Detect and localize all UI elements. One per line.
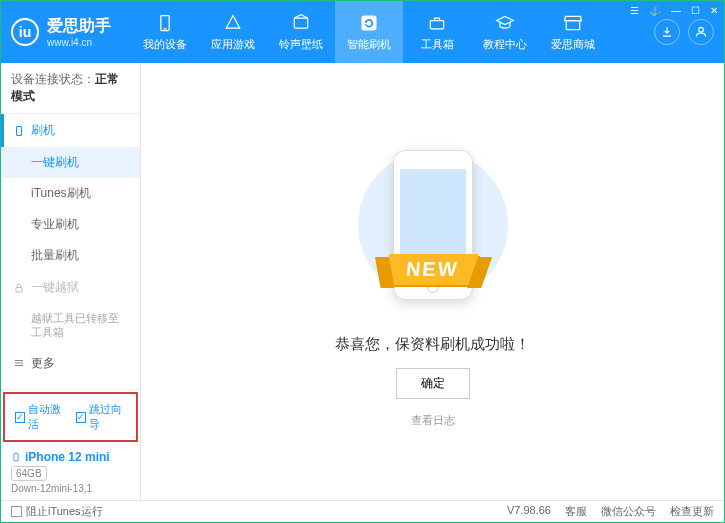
nav-store[interactable]: 爱思商城: [539, 1, 607, 63]
device-storage: 64GB: [11, 466, 47, 481]
pin-icon[interactable]: ⚓: [649, 5, 661, 16]
svg-rect-6: [17, 126, 22, 135]
menu-lines-icon: [13, 357, 25, 369]
close-icon[interactable]: ✕: [710, 5, 718, 16]
new-ribbon: NEW: [387, 254, 478, 285]
sidebar-jailbreak-note: 越狱工具已转移至工具箱: [1, 304, 140, 347]
user-button[interactable]: [688, 19, 714, 45]
minimize-icon[interactable]: —: [671, 5, 681, 16]
nav-apps-games[interactable]: 应用游戏: [199, 1, 267, 63]
device-info[interactable]: iPhone 12 mini 64GB Down-12mini-13,1: [1, 444, 140, 500]
user-icon: [694, 25, 708, 39]
checkbox-auto-activate[interactable]: ✓自动激活: [15, 402, 66, 432]
svg-rect-2: [294, 18, 307, 28]
wallpaper-icon: [291, 13, 311, 33]
nav: 我的设备 应用游戏 铃声壁纸 智能刷机 工具箱 教程中心 爱思商城: [131, 1, 654, 63]
confirm-button[interactable]: 确定: [396, 368, 470, 399]
sidebar-group-jailbreak[interactable]: 一键越狱: [1, 271, 140, 304]
app-name: 爱思助手: [47, 16, 111, 37]
maximize-icon[interactable]: ☐: [691, 5, 700, 16]
checkbox-skip-guide[interactable]: ✓跳过向导: [76, 402, 127, 432]
menu-icon[interactable]: ☰: [630, 5, 639, 16]
svg-point-5: [699, 27, 704, 32]
svg-rect-4: [430, 20, 443, 28]
toolbox-icon: [427, 13, 447, 33]
view-log-link[interactable]: 查看日志: [411, 413, 455, 428]
success-illustration: NEW: [348, 135, 518, 315]
nav-my-device[interactable]: 我的设备: [131, 1, 199, 63]
sidebar-item-itunes-flash[interactable]: iTunes刷机: [1, 178, 140, 209]
nav-tutorials[interactable]: 教程中心: [471, 1, 539, 63]
logo: iu 爱思助手 www.i4.cn: [11, 16, 111, 48]
phone-small-icon: [13, 125, 25, 137]
nav-toolbox[interactable]: 工具箱: [403, 1, 471, 63]
statusbar: 阻止iTunes运行 V7.98.66 客服 微信公众号 检查更新: [1, 500, 724, 522]
download-icon: [660, 25, 674, 39]
sidebar-item-other-tools[interactable]: 其他工具: [1, 380, 140, 389]
nav-smart-flash[interactable]: 智能刷机: [335, 1, 403, 63]
store-icon: [563, 13, 583, 33]
download-button[interactable]: [654, 19, 680, 45]
wechat-link[interactable]: 微信公众号: [601, 504, 656, 519]
sidebar-item-batch-flash[interactable]: 批量刷机: [1, 240, 140, 271]
lock-icon: [13, 282, 25, 294]
check-update-link[interactable]: 检查更新: [670, 504, 714, 519]
svg-rect-3: [362, 15, 377, 30]
content: NEW 恭喜您，保资料刷机成功啦！ 确定 查看日志: [141, 63, 724, 500]
sidebar-item-pro-flash[interactable]: 专业刷机: [1, 209, 140, 240]
version-label: V7.98.66: [507, 504, 551, 519]
header-actions: [654, 19, 714, 45]
device-name: iPhone 12 mini: [11, 450, 130, 464]
sidebar-group-flash[interactable]: 刷机: [1, 114, 140, 147]
checkbox-block-itunes[interactable]: 阻止iTunes运行: [11, 504, 103, 519]
device-model: Down-12mini-13,1: [11, 483, 130, 494]
apps-icon: [223, 13, 243, 33]
app-url: www.i4.cn: [47, 37, 111, 48]
phone-icon: [155, 13, 175, 33]
window-controls: ☰ ⚓ — ☐ ✕: [630, 5, 718, 16]
refresh-icon: [359, 13, 379, 33]
support-link[interactable]: 客服: [565, 504, 587, 519]
graduation-icon: [495, 13, 515, 33]
nav-ringtones[interactable]: 铃声壁纸: [267, 1, 335, 63]
success-message: 恭喜您，保资料刷机成功啦！: [335, 335, 530, 354]
header: ☰ ⚓ — ☐ ✕ iu 爱思助手 www.i4.cn 我的设备 应用游戏 铃声…: [1, 1, 724, 63]
logo-icon: iu: [11, 18, 39, 46]
connection-status: 设备连接状态：正常模式: [1, 63, 140, 114]
checkbox-row: ✓自动激活 ✓跳过向导: [3, 392, 138, 442]
sidebar-item-oneclick-flash[interactable]: 一键刷机: [1, 147, 140, 178]
sidebar-group-more[interactable]: 更多: [1, 347, 140, 380]
sidebar: 设备连接状态：正常模式 刷机 一键刷机 iTunes刷机 专业刷机 批量刷机 一…: [1, 63, 141, 500]
device-icon: [11, 450, 21, 464]
svg-rect-11: [14, 453, 18, 461]
svg-rect-7: [16, 287, 22, 292]
